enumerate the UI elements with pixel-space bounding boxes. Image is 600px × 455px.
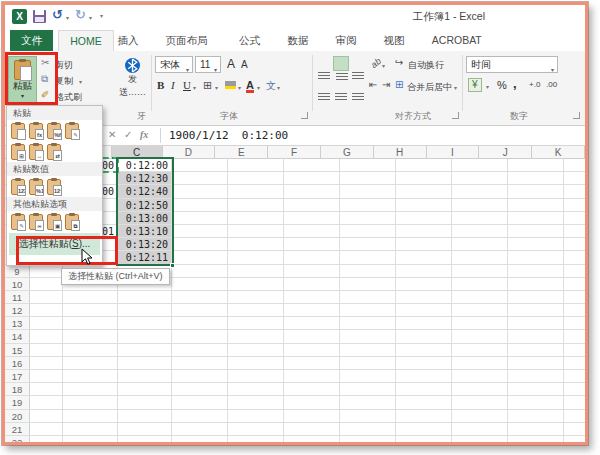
customize-qat-icon[interactable]: ▾ — [100, 12, 103, 19]
cell-I16[interactable] — [452, 357, 508, 370]
top-align-button[interactable] — [316, 56, 332, 71]
cell-F4[interactable] — [284, 199, 340, 212]
wrap-text-label[interactable]: 自动换行 — [408, 59, 444, 72]
cell-C20[interactable] — [118, 410, 172, 423]
column-header-D[interactable]: D — [163, 146, 216, 159]
redo-icon[interactable]: ↻ — [75, 7, 86, 22]
copy-icon[interactable]: ⧉ — [41, 73, 48, 85]
column-header-I[interactable]: I — [427, 146, 480, 159]
cell-K4[interactable] — [564, 199, 585, 212]
cell-D18[interactable] — [172, 383, 228, 396]
cell-I3[interactable] — [452, 185, 508, 198]
cell-I8[interactable] — [452, 251, 508, 264]
merge-center-dropdown-icon[interactable]: ▾ — [454, 84, 457, 91]
cell-H22[interactable] — [396, 436, 452, 442]
cell-C14[interactable] — [118, 330, 172, 343]
cell-A14[interactable] — [30, 330, 63, 343]
row-header-13[interactable]: 13 — [5, 317, 30, 330]
cell-I15[interactable] — [452, 344, 508, 357]
cell-D19[interactable] — [172, 396, 228, 409]
borders-button[interactable]: ⊞ — [203, 79, 212, 92]
cell-H6[interactable] — [396, 225, 452, 238]
cell-F10[interactable] — [284, 278, 340, 291]
cell-A9[interactable] — [30, 265, 63, 278]
cell-J15[interactable] — [508, 344, 564, 357]
cell-K18[interactable] — [564, 383, 585, 396]
cell-G16[interactable] — [340, 357, 396, 370]
cell-I17[interactable] — [452, 370, 508, 383]
underline-dropdown-icon[interactable]: ▾ — [193, 84, 196, 91]
cell-I5[interactable] — [452, 212, 508, 225]
cell-E5[interactable] — [228, 212, 284, 225]
cell-H11[interactable] — [396, 291, 452, 304]
tab-HOME[interactable]: HOME — [58, 30, 114, 51]
transpose-icon[interactable]: ⇄ — [47, 144, 61, 160]
column-header-H[interactable]: H — [374, 146, 427, 159]
cell-A22[interactable] — [30, 436, 63, 442]
row-header-14[interactable]: 14 — [5, 330, 30, 343]
font-name-dropdown-icon[interactable]: ▾ — [186, 63, 189, 78]
tab-文件[interactable]: 文件 — [10, 30, 53, 51]
comma-style-button[interactable]: , — [513, 76, 517, 91]
cell-I21[interactable] — [452, 423, 508, 436]
cell-J6[interactable] — [508, 225, 564, 238]
tab-ACROBAT[interactable]: ACROBAT — [421, 30, 493, 51]
cell-D20[interactable] — [172, 410, 228, 423]
cell-F13[interactable] — [284, 317, 340, 330]
cell-J10[interactable] — [508, 278, 564, 291]
number-format-dropdown-icon[interactable]: ▾ — [551, 63, 554, 78]
cell-H17[interactable] — [396, 370, 452, 383]
cell-F22[interactable] — [284, 436, 340, 442]
cell-J11[interactable] — [508, 291, 564, 304]
cell-J12[interactable] — [508, 304, 564, 317]
cell-F1[interactable] — [284, 159, 340, 172]
font-dialog-launcher[interactable] — [301, 112, 308, 119]
cell-K6[interactable] — [564, 225, 585, 238]
row-header-18[interactable]: 18 — [5, 383, 30, 396]
cell-E10[interactable] — [228, 278, 284, 291]
cell-C22[interactable] — [118, 436, 172, 442]
cell-F14[interactable] — [284, 330, 340, 343]
cell-F20[interactable] — [284, 410, 340, 423]
number-format-select[interactable]: 时间 ▾ — [466, 56, 558, 73]
cell-G19[interactable] — [340, 396, 396, 409]
cell-H4[interactable] — [396, 199, 452, 212]
cell-J21[interactable] — [508, 423, 564, 436]
cell-D21[interactable] — [172, 423, 228, 436]
values-number-formatting-icon[interactable]: %12 — [29, 179, 43, 195]
cell-A13[interactable] — [30, 317, 63, 330]
cell-K15[interactable] — [564, 344, 585, 357]
cell-H2[interactable] — [396, 172, 452, 185]
tab-审阅[interactable]: 审阅 — [324, 30, 367, 51]
cell-E12[interactable] — [228, 304, 284, 317]
cell-G22[interactable] — [340, 436, 396, 442]
cell-H8[interactable] — [396, 251, 452, 264]
cell-K2[interactable] — [564, 172, 585, 185]
cell-C17[interactable] — [118, 370, 172, 383]
cell-E4[interactable] — [228, 199, 284, 212]
cell-G20[interactable] — [340, 410, 396, 423]
cell-F17[interactable] — [284, 370, 340, 383]
cell-H16[interactable] — [396, 357, 452, 370]
cell-J2[interactable] — [508, 172, 564, 185]
cell-E8[interactable] — [228, 251, 284, 264]
font-size-select[interactable]: 11 ▾ — [195, 56, 221, 73]
cell-K9[interactable] — [564, 265, 585, 278]
formula-bar-value[interactable]: 1900/1/12 0:12:00 — [169, 129, 288, 142]
bottom-align-button[interactable] — [350, 56, 366, 71]
cell-H18[interactable] — [396, 383, 452, 396]
cell-F9[interactable] — [284, 265, 340, 278]
cell-F18[interactable] — [284, 383, 340, 396]
cell-E13[interactable] — [228, 317, 284, 330]
cell-I11[interactable] — [452, 291, 508, 304]
cell-K20[interactable] — [564, 410, 585, 423]
cell-J5[interactable] — [508, 212, 564, 225]
cell-I14[interactable] — [452, 330, 508, 343]
cell-I4[interactable] — [452, 199, 508, 212]
linked-picture-icon[interactable]: ⧉ — [65, 214, 79, 230]
cell-G12[interactable] — [340, 304, 396, 317]
cell-A18[interactable] — [30, 383, 63, 396]
cell-J13[interactable] — [508, 317, 564, 330]
cell-E17[interactable] — [228, 370, 284, 383]
cell-B13[interactable] — [63, 317, 118, 330]
